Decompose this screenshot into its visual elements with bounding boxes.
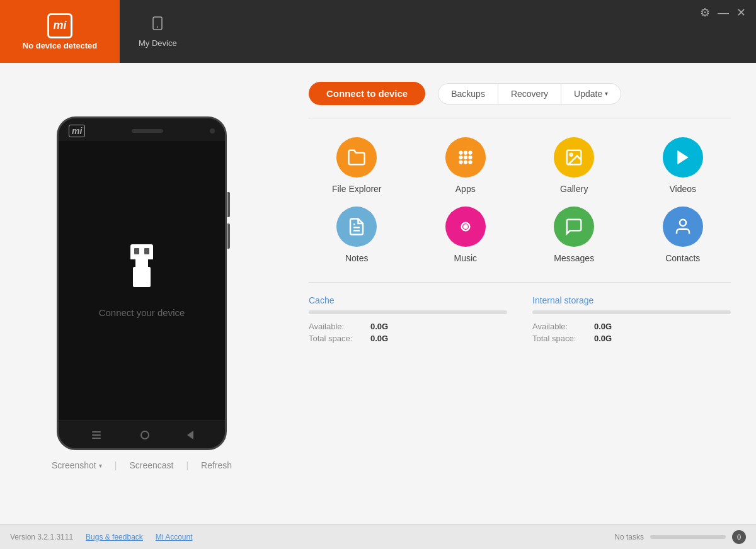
app-logo[interactable]: mi No device detected	[0, 0, 120, 63]
app-apps-label: Apps	[455, 184, 476, 194]
app-notes-label: Notes	[345, 253, 369, 263]
internal-total-value: 0.0G	[594, 334, 612, 343]
phone-mi-logo: mi	[69, 125, 85, 137]
no-device-text: No device detected	[23, 41, 98, 50]
svg-point-12	[570, 154, 573, 156]
separator1: |	[115, 460, 117, 470]
svg-point-8	[459, 160, 462, 164]
cache-available-row: Available: 0.0G	[309, 322, 507, 331]
music-icon	[445, 207, 486, 247]
cache-bar	[309, 310, 507, 314]
app-apps[interactable]: Apps	[418, 137, 514, 194]
bugs-feedback-link[interactable]: Bugs & feedback	[86, 533, 143, 541]
phone-mockup: mi Connect your device	[57, 116, 227, 450]
cache-available-value: 0.0G	[370, 322, 388, 331]
screenshot-label: Screenshot	[52, 460, 96, 470]
internal-total-label: Total space:	[532, 334, 589, 343]
app-messages[interactable]: Messages	[526, 207, 622, 263]
svg-point-10	[468, 160, 472, 164]
mi-logo-icon: mi	[47, 13, 72, 38]
internal-storage: Internal storage Available: 0.0G Total s…	[532, 295, 731, 343]
status-bar: Version 3.2.1.3111 Bugs & feedback Mi Ac…	[0, 524, 756, 549]
phone-back-btn	[187, 431, 193, 439]
cache-available-label: Available:	[309, 322, 365, 331]
phone-menu-btn	[90, 429, 103, 441]
usb-body	[133, 267, 151, 287]
left-panel: mi Connect your device	[0, 63, 284, 524]
svg-marker-13	[677, 150, 689, 165]
cache-total-value: 0.0G	[370, 334, 388, 343]
internal-total-row: Total space: 0.0G	[532, 334, 731, 343]
phone-menu-icon	[92, 431, 101, 439]
phone-camera	[210, 128, 215, 133]
app-grid: File Explorer	[309, 137, 731, 263]
phone-speaker	[132, 129, 163, 133]
task-progress-bar	[650, 535, 726, 539]
phone-volume-down-btn	[227, 224, 230, 249]
internal-stats: Available: 0.0G Total space: 0.0G	[532, 322, 731, 343]
refresh-button[interactable]: Refresh	[201, 460, 232, 470]
contacts-icon	[663, 207, 703, 247]
no-tasks-label: No tasks	[614, 533, 644, 541]
app-notes[interactable]: Notes	[309, 207, 405, 263]
internal-available-label: Available:	[532, 322, 589, 331]
app-messages-label: Messages	[554, 253, 594, 263]
settings-icon[interactable]: ⚙	[700, 6, 710, 20]
notes-icon	[336, 207, 377, 247]
svg-point-4	[468, 150, 472, 154]
app-videos[interactable]: Videos	[635, 137, 731, 194]
internal-title: Internal storage	[532, 295, 731, 305]
app-file-explorer-label: File Explorer	[332, 184, 382, 194]
phone-bottom-bar	[59, 421, 225, 448]
app-contacts-label: Contacts	[665, 253, 700, 263]
tab-update[interactable]: Update ▾	[561, 84, 621, 104]
svg-point-5	[459, 156, 462, 159]
phone-volume-up-btn	[227, 192, 230, 217]
file-explorer-icon	[336, 137, 377, 178]
close-icon[interactable]: ✕	[736, 6, 746, 20]
screencast-button[interactable]: Screencast	[129, 460, 173, 470]
svg-point-18	[680, 220, 686, 226]
screenshot-button[interactable]: Screenshot ▾	[52, 460, 102, 470]
app-file-explorer[interactable]: File Explorer	[309, 137, 405, 194]
svg-point-9	[464, 160, 467, 164]
titlebar: mi No device detected My Device ⚙ — ✕	[0, 0, 756, 63]
version-text: Version 3.2.1.3111	[10, 533, 73, 541]
messages-icon	[554, 207, 594, 247]
cache-stats: Available: 0.0G Total space: 0.0G	[309, 322, 507, 343]
svg-point-6	[464, 156, 467, 159]
cache-total-row: Total space: 0.0G	[309, 334, 507, 343]
app-gallery-label: Gallery	[560, 184, 588, 194]
update-label: Update	[574, 89, 602, 99]
internal-bar	[532, 310, 731, 314]
app-music-label: Music	[454, 253, 477, 263]
app-contacts[interactable]: Contacts	[635, 207, 731, 263]
my-device-label: My Device	[139, 38, 177, 48]
connect-device-button[interactable]: Connect to device	[309, 82, 425, 105]
phone-connect-text: Connect your device	[99, 307, 185, 318]
mi-account-link[interactable]: Mi Account	[156, 533, 193, 541]
tab-group: Backups Recovery Update ▾	[438, 83, 621, 105]
app-music[interactable]: Music	[418, 207, 514, 263]
divider-top	[309, 118, 731, 118]
task-count-badge: 0	[732, 530, 746, 544]
app-gallery[interactable]: Gallery	[526, 137, 622, 194]
tab-recovery[interactable]: Recovery	[498, 84, 561, 104]
divider-bottom	[309, 282, 731, 283]
videos-icon	[663, 137, 703, 178]
usb-neck	[135, 259, 148, 267]
action-bar: Connect to device Backups Recovery Updat…	[309, 82, 731, 105]
app-videos-label: Videos	[669, 184, 696, 194]
tab-backups[interactable]: Backups	[438, 84, 498, 104]
my-device-tab[interactable]: My Device	[120, 16, 196, 48]
phone-screen: Connect your device	[59, 141, 225, 421]
storage-section: Cache Available: 0.0G Total space: 0.0G	[309, 295, 731, 343]
usb-icon	[126, 244, 158, 295]
cache-title: Cache	[309, 295, 507, 305]
cache-total-label: Total space:	[309, 334, 365, 343]
status-tasks: No tasks 0	[614, 530, 746, 544]
right-panel: Connect to device Backups Recovery Updat…	[284, 63, 756, 524]
internal-available-row: Available: 0.0G	[532, 322, 731, 331]
minimize-icon[interactable]: —	[718, 6, 729, 20]
apps-icon	[445, 137, 486, 178]
